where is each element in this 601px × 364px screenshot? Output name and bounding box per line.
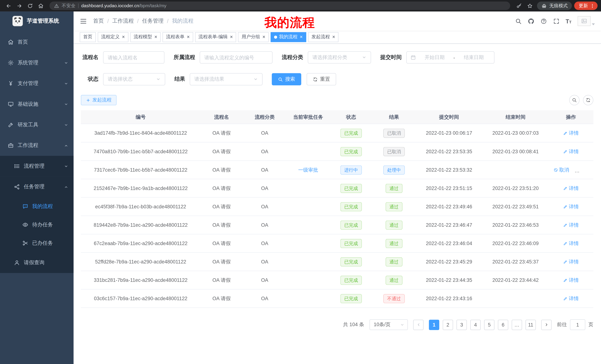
update-button[interactable]: 更新 bbox=[574, 1, 598, 10]
tab-close-icon[interactable]: × bbox=[154, 35, 157, 39]
pagination-prev-button[interactable] bbox=[413, 319, 424, 330]
table-row[interactable]: 52ffd28e-7b9a-11ec-a290-acde48001122 OA … bbox=[81, 253, 593, 271]
tab[interactable]: 流程定义 × bbox=[98, 32, 128, 42]
bookmark-star-icon[interactable] bbox=[525, 1, 535, 10]
table-row[interactable]: 331bc281-7b9a-11ec-a290-acde48001122 OA … bbox=[81, 271, 593, 289]
show-search-button[interactable] bbox=[569, 95, 580, 105]
pagination-more-button[interactable]: … bbox=[512, 319, 522, 330]
pagination-page-button[interactable]: 4 bbox=[470, 319, 481, 330]
table-row[interactable]: 819442e8-7b9a-11ec-a290-acde48001122 OA … bbox=[81, 216, 593, 234]
breadcrumb-item[interactable]: 任务管理 bbox=[142, 18, 164, 25]
table-row[interactable]: 03c6c157-7b9a-11ec-a290-acde48001122 OA … bbox=[81, 289, 593, 308]
tab-close-icon[interactable]: × bbox=[332, 35, 335, 39]
action-detail-link[interactable]: 详情 bbox=[563, 295, 579, 302]
action-detail-link[interactable]: 详情 bbox=[563, 203, 579, 210]
sidebar-item[interactable]: 流程管理 bbox=[0, 156, 74, 176]
cell-status: 已完成 bbox=[330, 294, 372, 303]
tab[interactable]: 发起流程 × bbox=[308, 32, 338, 42]
font-size-icon[interactable]: TT bbox=[566, 18, 572, 24]
not-secure-warning-icon bbox=[54, 3, 59, 8]
tab-close-icon[interactable]: × bbox=[230, 35, 233, 39]
kebab-menu-icon[interactable] bbox=[590, 3, 595, 8]
browser-reload-button[interactable] bbox=[25, 1, 35, 10]
reset-button[interactable]: 重置 bbox=[307, 73, 336, 85]
action-detail-link[interactable]: 详情 bbox=[563, 240, 579, 247]
sidebar-item[interactable]: 任务管理 bbox=[0, 176, 74, 197]
table-row[interactable]: 3ad174fb-7b9d-11ec-8404-acde48001122 OA … bbox=[81, 124, 593, 143]
table-row[interactable]: 67c2eaab-7b9a-11ec-a290-acde48001122 OA … bbox=[81, 234, 593, 253]
pagination-page-button[interactable]: 11 bbox=[525, 319, 536, 330]
tab[interactable]: 首页 bbox=[80, 32, 96, 42]
tab[interactable]: 流程表单 × bbox=[162, 32, 193, 42]
pagination-page-button[interactable]: 3 bbox=[457, 319, 467, 330]
sidebar-item[interactable]: 系统管理 bbox=[0, 52, 74, 73]
url-text[interactable]: dashboard.yudao.iocoder.cn/bpm/task/my bbox=[81, 3, 166, 9]
tab[interactable]: 流程模型 × bbox=[130, 32, 161, 42]
pagination-page-button[interactable]: 1 bbox=[429, 319, 439, 330]
breadcrumb-item[interactable]: 首页 bbox=[93, 18, 104, 25]
sidebar-item[interactable]: 请假查询 bbox=[0, 252, 74, 273]
sidebar-item[interactable]: 待办任务 bbox=[0, 216, 74, 234]
sidebar-item[interactable]: 我的流程 bbox=[0, 197, 74, 216]
browser-forward-button[interactable] bbox=[14, 1, 24, 10]
action-detail-link[interactable]: 详情 bbox=[563, 148, 579, 155]
browser-back-button[interactable] bbox=[3, 1, 14, 10]
action-detail-link[interactable]: 详情 bbox=[563, 221, 579, 228]
table-row[interactable]: ec45f38f-7b9a-11ec-b03b-acde48001122 OA … bbox=[81, 198, 593, 216]
table-row[interactable]: 7317cec6-7b9b-11ec-b5b7-acde48001122 OA … bbox=[81, 161, 593, 179]
create-process-button[interactable]: 发起流程 bbox=[81, 95, 116, 105]
pagination-page-button[interactable]: 2 bbox=[443, 319, 453, 330]
cell-process-name: OA 请假 bbox=[200, 221, 242, 228]
breadcrumb-item[interactable]: 工作流程 bbox=[112, 18, 134, 25]
pagination-next-button[interactable] bbox=[541, 319, 551, 330]
action-cancel-link[interactable]: 取消 bbox=[553, 166, 569, 173]
goto-page-input[interactable] bbox=[570, 319, 585, 330]
sidebar-item[interactable]: 基础设施 bbox=[0, 94, 74, 115]
github-icon[interactable] bbox=[528, 18, 534, 24]
sidebar-item[interactable]: 首页 bbox=[0, 32, 74, 52]
help-icon[interactable] bbox=[540, 18, 547, 24]
tab-close-icon[interactable]: × bbox=[122, 35, 125, 39]
chevron-down-icon bbox=[362, 55, 366, 60]
fullscreen-icon[interactable] bbox=[553, 18, 559, 24]
cell-submit-time: 2022-01-22 23:49:46 bbox=[415, 204, 482, 210]
tab[interactable]: 我的流程 × bbox=[270, 32, 306, 42]
status-select[interactable]: 请选择状态 bbox=[103, 73, 165, 85]
cell-actions: 取消详情 bbox=[549, 166, 593, 173]
action-detail-link[interactable]: 详情 bbox=[563, 258, 579, 265]
sidebar-item[interactable]: 支付管理 bbox=[0, 73, 74, 94]
hamburger-icon[interactable] bbox=[80, 18, 87, 25]
tab[interactable]: 用户分组 × bbox=[238, 32, 269, 42]
pagination-page-button[interactable]: 6 bbox=[498, 319, 508, 330]
tab-close-icon[interactable]: × bbox=[300, 35, 303, 39]
browser-home-button[interactable] bbox=[36, 1, 46, 10]
search-button[interactable]: 搜索 bbox=[272, 73, 301, 85]
action-detail-link[interactable]: 详情 bbox=[563, 130, 579, 136]
security-label[interactable]: 不安全 bbox=[62, 2, 75, 9]
date-range-picker[interactable]: 开始日期 - 结束日期 bbox=[406, 51, 495, 64]
cell-submit-time: 2022-01-22 23:43:16 bbox=[415, 296, 482, 301]
tab[interactable]: 流程表单-编辑 × bbox=[195, 32, 236, 42]
app-logo[interactable]: 芋道管理系统 bbox=[0, 11, 74, 31]
result-select[interactable]: 请选择流结果 bbox=[190, 73, 263, 85]
tab-close-icon[interactable]: × bbox=[187, 35, 190, 39]
page-size-select[interactable]: 10条/页 bbox=[370, 319, 408, 330]
sidebar-item[interactable]: 已办任务 bbox=[0, 234, 74, 252]
sidebar-item[interactable]: 工作流程 bbox=[0, 135, 74, 156]
table-row[interactable]: 7470a810-7b9b-11ec-b5b7-acde48001122 OA … bbox=[81, 143, 593, 161]
search-icon[interactable] bbox=[515, 18, 521, 24]
action-detail-link[interactable]: 详情 bbox=[563, 277, 579, 284]
user-avatar[interactable] bbox=[578, 16, 595, 26]
current-task-link[interactable]: 一级审批 bbox=[298, 167, 318, 172]
refresh-table-button[interactable] bbox=[583, 95, 593, 105]
action-detail-link[interactable]: 详情 bbox=[563, 185, 579, 192]
process-name-input[interactable] bbox=[103, 51, 164, 64]
pagination-page-button[interactable]: 5 bbox=[484, 319, 495, 330]
key-icon[interactable] bbox=[514, 1, 524, 10]
tab-close-icon[interactable]: × bbox=[262, 35, 265, 39]
table-row[interactable]: 2152467e-7b9b-11ec-9a1b-acde48001122 OA … bbox=[81, 179, 593, 198]
sidebar-item[interactable]: 研发工具 bbox=[0, 115, 74, 135]
category-select[interactable]: 请选择流程分类 bbox=[308, 51, 371, 64]
address-bar[interactable]: 不安全 dashboard.yudao.iocoder.cn/bpm/task/… bbox=[50, 1, 510, 10]
process-def-input[interactable] bbox=[200, 51, 272, 64]
